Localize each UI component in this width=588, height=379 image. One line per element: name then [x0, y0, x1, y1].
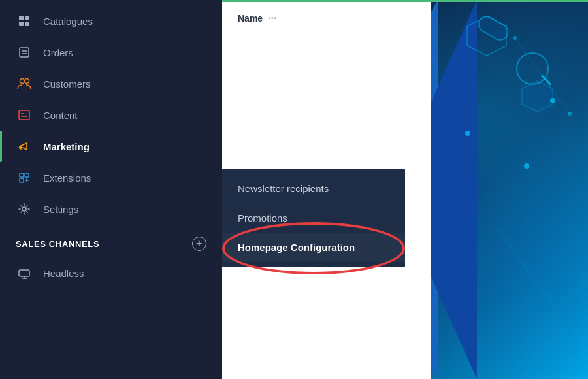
svg-point-15: [22, 207, 26, 211]
sidebar-item-label-headless: Headless: [43, 268, 84, 279]
sales-channels-label: Sales Channels: [16, 239, 99, 249]
active-indicator: [0, 131, 2, 162]
svg-rect-4: [20, 48, 29, 57]
headless-icon: [16, 267, 33, 280]
sidebar-item-content[interactable]: Content: [0, 99, 222, 131]
submenu-item-promotions[interactable]: Promotions: [222, 203, 405, 233]
orders-icon: [16, 46, 33, 59]
sidebar-item-label-customers: Customers: [43, 78, 91, 90]
sidebar-item-headless[interactable]: Headless: [0, 257, 222, 289]
content-icon: [16, 108, 33, 122]
svg-rect-16: [19, 270, 29, 276]
sidebar-item-label-orders: Orders: [43, 47, 73, 58]
svg-rect-2: [19, 22, 24, 26]
column-options-dots[interactable]: ···: [268, 12, 276, 24]
column-name-header: Name ···: [238, 12, 276, 24]
add-sales-channel-button[interactable]: +: [192, 237, 206, 251]
sidebar-item-label-catalogues: Catalogues: [43, 16, 93, 27]
extensions-icon: [16, 171, 33, 184]
settings-icon: [16, 203, 33, 216]
sidebar-item-catalogues[interactable]: Catalogues: [0, 5, 222, 37]
sidebar-item-extensions[interactable]: Extensions: [0, 162, 222, 193]
search-circle-decoration: [516, 52, 549, 85]
svg-point-24: [568, 112, 572, 116]
sidebar-item-orders[interactable]: Orders: [0, 37, 222, 68]
marketing-icon: [16, 140, 33, 153]
sales-channels-section: Sales Channels +: [0, 225, 222, 257]
svg-point-8: [25, 79, 29, 84]
sidebar-nav: Catalogues Orders Customers Content Mark…: [0, 0, 222, 379]
circuit-dot-2: [524, 163, 529, 169]
svg-marker-20: [522, 81, 553, 112]
sidebar-item-label-marketing: Marketing: [43, 141, 90, 152]
svg-rect-9: [19, 110, 29, 120]
submenu-item-newsletter[interactable]: Newsletter recipients: [222, 174, 405, 203]
marketing-submenu: Newsletter recipientsPromotionsHomepage …: [222, 169, 405, 267]
svg-rect-0: [19, 16, 24, 20]
svg-rect-14: [20, 178, 24, 182]
svg-point-23: [513, 36, 517, 40]
sidebar-item-label-content: Content: [43, 110, 78, 121]
circuit-dot-3: [550, 98, 555, 103]
svg-rect-12: [20, 173, 24, 177]
customers-icon: [16, 77, 33, 90]
sidebar-item-marketing[interactable]: Marketing: [0, 131, 222, 162]
svg-line-22: [497, 227, 551, 303]
svg-rect-3: [25, 22, 29, 26]
svg-rect-1: [25, 16, 29, 20]
top-bar: [222, 0, 588, 2]
table-header: Name ···: [222, 2, 431, 35]
sidebar: Catalogues Orders Customers Content Mark…: [0, 0, 222, 379]
sidebar-item-label-extensions: Extensions: [43, 173, 91, 184]
circuit-dot-1: [465, 131, 470, 136]
sidebar-item-label-settings: Settings: [43, 204, 78, 215]
sidebar-item-customers[interactable]: Customers: [0, 68, 222, 99]
sidebar-item-settings[interactable]: Settings: [0, 193, 222, 225]
svg-rect-13: [25, 173, 29, 177]
submenu-item-homepage[interactable]: Homepage Configuration: [222, 233, 405, 262]
svg-point-7: [20, 79, 25, 84]
catalogues-icon: [16, 14, 33, 27]
